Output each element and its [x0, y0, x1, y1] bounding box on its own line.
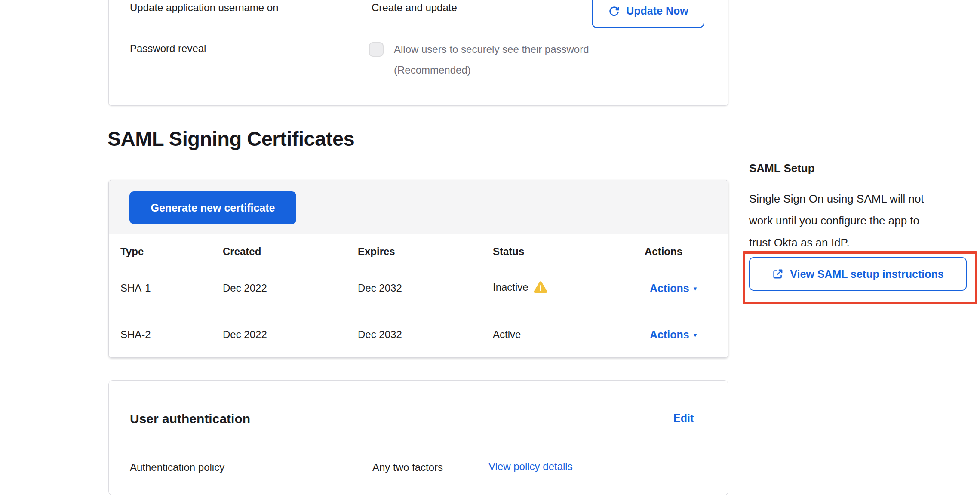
column-header-type: Type [120, 246, 144, 258]
certificates-panel: Generate new certificate Type Created Ex… [108, 180, 728, 358]
cert-created: Dec 2022 [223, 282, 267, 294]
column-header-actions: Actions [645, 246, 682, 258]
username-update-label: Update application username on [130, 1, 279, 15]
cert-expires: Dec 2032 [358, 282, 402, 294]
actions-dropdown-label: Actions [650, 282, 689, 295]
authentication-policy-value: Any two factors [372, 461, 443, 474]
saml-setup-description-line: trust Okta as an IdP. [749, 232, 850, 254]
password-reveal-recommended-note: (Recommended) [394, 63, 471, 77]
status-badge: Inactive [493, 281, 547, 294]
caret-down-icon: ▾ [694, 285, 697, 292]
view-saml-setup-instructions-button[interactable]: View SAML setup instructions [749, 257, 967, 291]
column-header-created: Created [223, 246, 261, 258]
row-divider [348, 312, 481, 312]
view-policy-details-link[interactable]: View policy details [488, 461, 573, 473]
page-title: SAML Signing Certificates [108, 127, 354, 151]
caret-down-icon: ▾ [694, 332, 697, 338]
saml-setup-description-line: Single Sign On using SAML will not [749, 188, 924, 210]
external-link-icon [772, 268, 784, 280]
row-divider [109, 312, 211, 312]
user-authentication-card [108, 380, 728, 495]
saml-setup-description-line: work until you configure the app to [749, 210, 919, 232]
update-now-button[interactable]: Update Now [592, 0, 704, 28]
password-reveal-checkbox[interactable] [369, 42, 384, 57]
column-header-status: Status [493, 246, 524, 258]
column-header-expires: Expires [358, 246, 395, 258]
cert-created: Dec 2022 [223, 329, 267, 341]
cert-expires: Dec 2032 [358, 329, 402, 341]
row-divider [483, 312, 633, 312]
update-now-label: Update Now [626, 5, 688, 17]
warning-icon [534, 281, 547, 294]
cert-status: Active [493, 329, 521, 341]
saml-setup-title: SAML Setup [749, 162, 815, 175]
actions-dropdown[interactable]: Actions ▾ [650, 282, 697, 295]
cert-type: SHA-1 [120, 282, 151, 294]
actions-dropdown[interactable]: Actions ▾ [650, 329, 697, 341]
authentication-policy-label: Authentication policy [130, 461, 224, 474]
table-header-divider [109, 269, 728, 269]
user-authentication-title: User authentication [130, 411, 250, 427]
password-reveal-label: Password reveal [130, 42, 206, 55]
cert-type: SHA-2 [120, 329, 151, 341]
generate-certificate-button[interactable]: Generate new certificate [129, 191, 296, 224]
actions-dropdown-label: Actions [650, 329, 689, 341]
refresh-icon [608, 5, 621, 18]
edit-link[interactable]: Edit [673, 412, 694, 424]
username-update-value: Create and update [372, 1, 457, 15]
row-divider [635, 312, 728, 312]
row-divider [213, 312, 346, 312]
cert-status: Inactive [493, 281, 528, 293]
password-reveal-checkbox-label: Allow users to securely see their passwo… [394, 43, 589, 56]
view-saml-setup-instructions-label: View SAML setup instructions [790, 268, 943, 280]
